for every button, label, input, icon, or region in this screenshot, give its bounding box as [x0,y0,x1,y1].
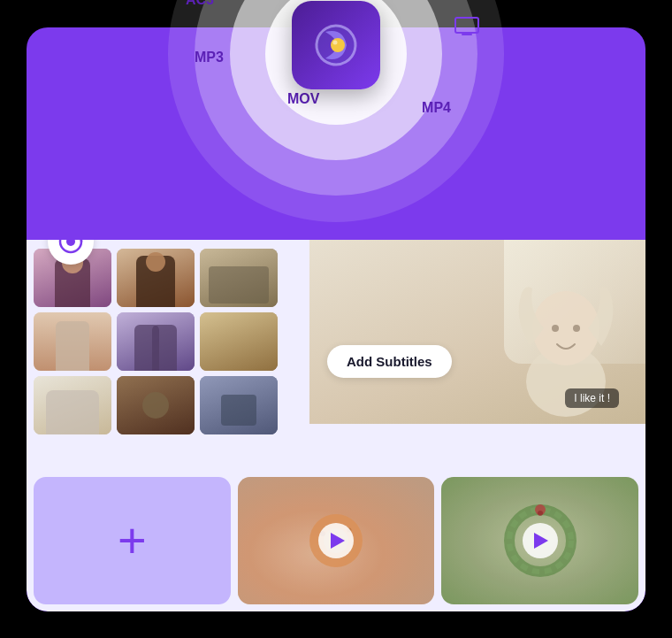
app-icon[interactable] [292,1,380,89]
add-icon: + [118,516,147,565]
thumbnails-grid [34,249,278,434]
play-triangle-1 [331,533,345,549]
svg-point-14 [573,325,580,332]
video-preview: Add Subtitles I like it ! [309,240,645,424]
thumbnail-6[interactable] [200,312,278,371]
svg-rect-3 [462,34,472,35]
add-subtitles-button[interactable]: Add Subtitles [327,345,452,378]
format-mp3: MP3 [195,50,224,65]
play-button-2[interactable] [523,523,558,558]
add-video-card[interactable]: + [34,477,231,604]
thumbnail-2[interactable] [117,249,195,307]
thumbnail-5[interactable] [117,312,195,371]
inner-panel: Add Subtitles I like it ! + [27,240,645,611]
svg-point-8 [333,40,338,44]
format-mov: MOV [287,91,319,107]
app-logo-svg [309,19,363,72]
play-button-1[interactable] [318,523,354,558]
subtitle-badge: I like it ! [565,388,619,408]
thumbnail-8[interactable] [117,376,195,434]
thumbnail-4[interactable] [34,312,111,371]
orbit-area: AAC MKV AC3 MP3 MP4 MOV [168,0,504,222]
panel-refresh-icon [58,240,83,254]
main-container: AAC MKV AC3 MP3 MP4 MOV [27,27,645,611]
bottom-row: + [27,470,645,611]
play-triangle-2 [534,533,548,549]
content-area: Add Subtitles I like it ! + [27,240,645,611]
svg-point-10 [66,240,75,246]
tv-icon [454,14,479,40]
svg-rect-2 [455,18,478,33]
video-card-1[interactable] [238,477,435,604]
format-mp4: MP4 [422,100,451,116]
video-card-2[interactable] [441,477,638,604]
svg-point-7 [331,38,345,52]
format-ac3: AC3 [186,0,214,8]
thumbnail-3[interactable] [200,249,278,307]
video-overlay-1[interactable] [238,477,435,604]
video-overlay-2[interactable] [441,477,638,604]
thumbnail-7[interactable] [34,376,111,434]
thumbnail-9[interactable] [200,376,278,434]
svg-point-13 [552,325,559,332]
